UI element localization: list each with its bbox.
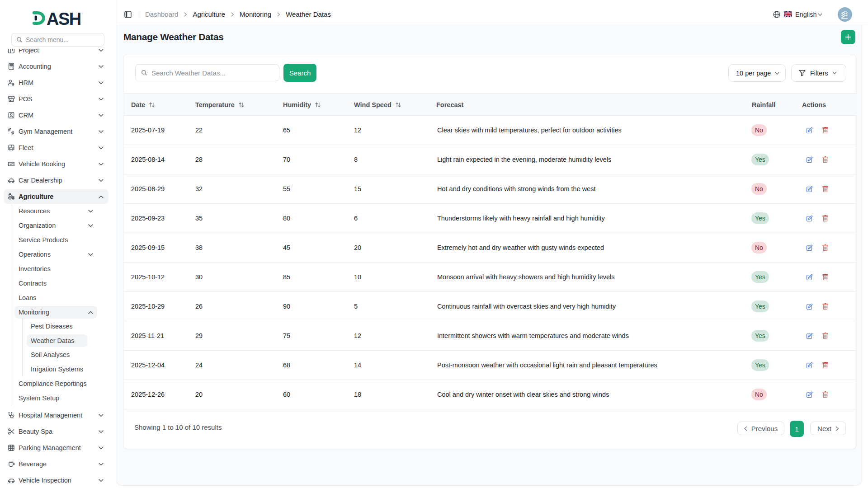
svg-text:ASH: ASH [47,10,81,28]
